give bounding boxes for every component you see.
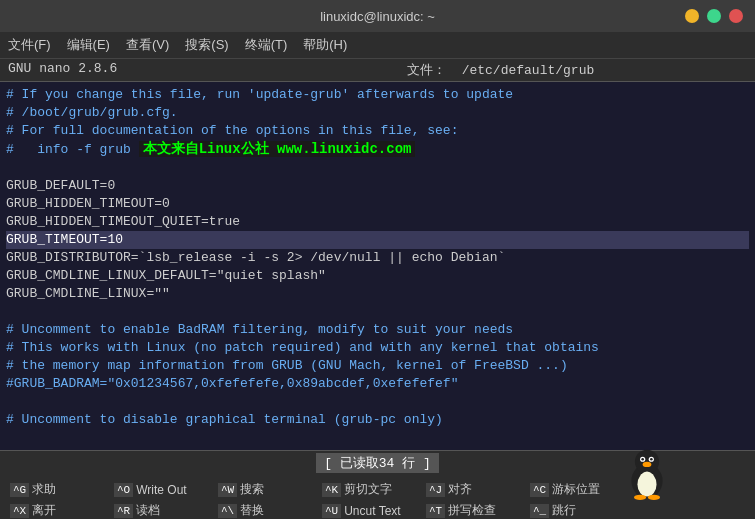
window-title: linuxidc@linuxidc: ~ [320, 9, 435, 24]
shortcut-help: ^G 求助 [10, 481, 110, 498]
svg-point-10 [639, 471, 655, 490]
shortcut-label: 替换 [240, 502, 264, 519]
svg-point-6 [650, 458, 653, 461]
nano-info-bar: GNU nano 2.8.6 文件： /etc/default/grub [0, 59, 755, 82]
shortcut-label: 求助 [32, 481, 56, 498]
shortcut-label: 读档 [136, 502, 160, 519]
editor-line: # If you change this file, run 'update-g… [6, 86, 749, 104]
shortcut-key: ^X [10, 504, 29, 518]
menu-view[interactable]: 查看(V) [126, 36, 169, 54]
shortcut-label: 跳行 [552, 502, 576, 519]
editor-area[interactable]: # If you change this file, run 'update-g… [0, 82, 755, 450]
shortcut-key: ^\ [218, 504, 237, 518]
shortcut-label: 搜索 [240, 481, 264, 498]
shortcut-key: ^K [322, 483, 341, 497]
shortcut-read-file: ^R 读档 [114, 502, 214, 519]
editor-line: GRUB_HIDDEN_TIMEOUT=0 [6, 195, 749, 213]
status-text: [ 已读取34 行 ] [316, 453, 439, 473]
editor-line: # This works with Linux (no patch requir… [6, 339, 749, 357]
shortcut-row-2: ^X 离开 ^R 读档 ^\ 替换 ^U Uncut Text ^T 拼写检查 … [6, 500, 749, 519]
editor-line: #GRUB_BADRAM="0x01234567,0xfefefefe,0x89… [6, 375, 749, 393]
editor-line: GRUB_DISTRIBUTOR=`lsb_release -i -s 2> /… [6, 249, 749, 267]
editor-line: # For full documentation of the options … [6, 122, 749, 140]
shortcut-write-out: ^O Write Out [114, 483, 214, 497]
shortcut-key: ^W [218, 483, 237, 497]
shortcut-key: ^O [114, 483, 133, 497]
shortcut-label: Write Out [136, 483, 186, 497]
menu-terminal[interactable]: 终端(T) [245, 36, 288, 54]
close-button[interactable] [729, 9, 743, 23]
maximize-button[interactable] [707, 9, 721, 23]
svg-point-5 [641, 458, 644, 461]
shortcut-key: ^_ [530, 504, 549, 518]
shortcut-key: ^J [426, 483, 445, 497]
shortcut-key: ^G [10, 483, 29, 497]
menu-bar: 文件(F) 编辑(E) 查看(V) 搜索(S) 终端(T) 帮助(H) [0, 32, 755, 59]
svg-point-8 [634, 495, 646, 500]
watermark-text: 本文来自Linux公社 www.linuxidc.com [139, 141, 416, 157]
menu-file[interactable]: 文件(F) [8, 36, 51, 54]
shortcut-label: 游标位置 [552, 481, 600, 498]
shortcut-label: 拼写检查 [448, 502, 496, 519]
shortcut-key: ^U [322, 504, 341, 518]
tux-mascot [621, 448, 673, 500]
shortcut-justify: ^J 对齐 [426, 481, 526, 498]
bottom-area: ^G 求助 ^O Write Out ^W 搜索 ^K 剪切文字 ^J 对齐 ^… [0, 475, 755, 519]
shortcut-label: 剪切文字 [344, 481, 392, 498]
nano-file-path: 文件： /etc/default/grub [254, 61, 747, 79]
shortcut-goto-line: ^_ 跳行 [530, 502, 630, 519]
shortcut-search: ^W 搜索 [218, 481, 318, 498]
svg-point-7 [643, 462, 652, 467]
shortcut-exit: ^X 离开 [10, 502, 110, 519]
shortcut-cut: ^K 剪切文字 [322, 481, 422, 498]
editor-line: # Uncomment to enable BadRAM filtering, … [6, 321, 749, 339]
menu-help[interactable]: 帮助(H) [303, 36, 347, 54]
editor-line: # the memory map information from GRUB (… [6, 357, 749, 375]
editor-line: GRUB_CMDLINE_LINUX_DEFAULT="quiet splash… [6, 267, 749, 285]
shortcut-replace: ^\ 替换 [218, 502, 318, 519]
editor-line: # Uncomment to disable graphical termina… [6, 411, 749, 429]
editor-line [6, 159, 749, 177]
editor-line [6, 303, 749, 321]
shortcut-cursor-pos: ^C 游标位置 [530, 481, 630, 498]
editor-line: GRUB_CMDLINE_LINUX="" [6, 285, 749, 303]
editor-line: # /boot/grub/grub.cfg. [6, 104, 749, 122]
editor-line: # info -f grub 本文来自Linux公社 www.linuxidc.… [6, 140, 749, 159]
shortcut-key: ^T [426, 504, 445, 518]
shortcut-label: Uncut Text [344, 504, 400, 518]
nano-version: GNU nano 2.8.6 [8, 61, 254, 79]
shortcut-key: ^C [530, 483, 549, 497]
menu-search[interactable]: 搜索(S) [185, 36, 228, 54]
shortcut-label: 对齐 [448, 481, 472, 498]
window-controls[interactable] [685, 9, 743, 23]
editor-line [6, 393, 749, 411]
shortcut-key: ^R [114, 504, 133, 518]
editor-line-highlighted: GRUB_TIMEOUT=10 [6, 231, 749, 249]
editor-line: GRUB_HIDDEN_TIMEOUT_QUIET=true [6, 213, 749, 231]
svg-point-9 [648, 495, 660, 500]
editor-line: GRUB_DEFAULT=0 [6, 177, 749, 195]
shortcut-uncut: ^U Uncut Text [322, 504, 422, 518]
menu-edit[interactable]: 编辑(E) [67, 36, 110, 54]
shortcut-label: 离开 [32, 502, 56, 519]
minimize-button[interactable] [685, 9, 699, 23]
title-bar: linuxidc@linuxidc: ~ [0, 0, 755, 32]
shortcut-spell: ^T 拼写检查 [426, 502, 526, 519]
